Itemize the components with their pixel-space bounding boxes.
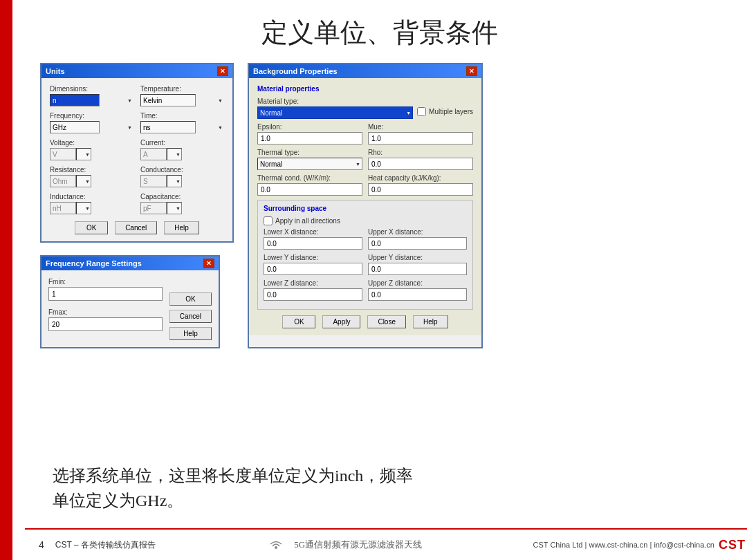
temperature-select-wrapper: Kelvin Celsius Fahrenheit — [140, 94, 224, 106]
upper-z-col: Upper Z distance: — [368, 279, 467, 301]
material-type-control: Normal Multiple layers — [257, 106, 473, 119]
inductance-label: Inductance: — [50, 193, 133, 200]
dimensions-select-wrapper: n m cm mm um nm inch ft mil — [50, 94, 133, 106]
thermal-cond-input[interactable] — [257, 183, 362, 196]
fmin-label: Fmin: — [48, 278, 66, 286]
bottom-line2: 单位定义为GHz。 — [53, 488, 413, 513]
time-group: Time: ns s ms us ps — [140, 112, 224, 133]
lower-x-col: Lower X distance: — [264, 228, 362, 250]
dimensions-label: Dimensions: — [50, 85, 133, 93]
resistance-control — [50, 175, 133, 187]
report-title: CST – 各类传输线仿真报告 — [55, 539, 156, 551]
units-close-button[interactable]: ✕ — [217, 66, 228, 76]
upper-z-input[interactable] — [368, 288, 467, 301]
upper-x-input[interactable] — [368, 237, 467, 250]
multiple-layers-row: Multiple layers — [417, 107, 473, 116]
freq-dialog: Frequency Range Settings ✕ Fmin: Fmax: — [40, 255, 220, 348]
thermal-type-col: Thermal type: Normal — [257, 149, 362, 170]
lower-y-input[interactable] — [264, 263, 362, 275]
time-select[interactable]: ns s ms us ps — [140, 121, 196, 133]
fiveg-text: 5G通信射频有源无源滤波器天线 — [294, 539, 422, 551]
thermal-rho-row: Thermal type: Normal Rho: — [257, 149, 473, 170]
thermal-heat-row: Thermal cond. (W/K/m): Heat capacity (kJ… — [257, 174, 473, 196]
bg-body: Material properties Material type: Norma… — [249, 78, 481, 335]
time-select-wrapper: ns s ms us ps — [140, 121, 224, 133]
heat-capacity-label: Heat capacity (kJ/K/kg): — [368, 174, 473, 182]
freq-titlebar: Frequency Range Settings ✕ — [42, 256, 219, 270]
current-select[interactable] — [167, 148, 182, 160]
thermal-type-select[interactable]: Normal — [257, 158, 362, 170]
freq-right: OK Cancel Help — [169, 277, 212, 340]
apply-all-row: Apply in all directions — [264, 216, 467, 225]
capacitance-select[interactable] — [167, 202, 182, 214]
frequency-select[interactable]: GHz MHz KHz Hz — [50, 121, 100, 133]
mue-label: Mue: — [368, 123, 473, 131]
conductance-label: Conductance: — [140, 166, 224, 174]
signal-icon — [266, 538, 286, 552]
voltage-control — [50, 148, 133, 160]
inductance-group: Inductance: — [50, 193, 133, 214]
fiveg-label: 5G通信射频有源无源滤波器天线 — [294, 539, 422, 550]
material-type-select-wrapper: Normal — [257, 106, 413, 119]
z-distances-row: Lower Z distance: Upper Z distance: — [264, 279, 467, 301]
heat-capacity-input[interactable] — [368, 183, 473, 196]
bg-dialog: Background Properties ✕ Material propert… — [248, 63, 483, 348]
mue-input[interactable] — [368, 132, 473, 144]
website-text: CST China Ltd | www.cst-china.cn | info@… — [533, 541, 714, 549]
footer-left: 4 CST – 各类传输线仿真报告 — [39, 539, 156, 551]
upper-x-col: Upper X distance: — [368, 228, 467, 250]
bg-titlebar: Background Properties ✕ — [249, 64, 481, 78]
apply-all-checkbox[interactable] — [264, 216, 273, 225]
freq-close-button[interactable]: ✕ — [203, 259, 214, 268]
units-help-button[interactable]: Help — [164, 221, 199, 234]
bottom-line1: 选择系统单位，这里将长度单位定义为inch，频率 — [53, 463, 413, 488]
multiple-layers-checkbox[interactable] — [417, 107, 426, 116]
inductance-select[interactable] — [76, 202, 91, 214]
voltage-select[interactable] — [76, 148, 91, 160]
units-ok-button[interactable]: OK — [75, 221, 108, 234]
thermal-type-select-wrapper: Normal — [257, 158, 362, 170]
temperature-group: Temperature: Kelvin Celsius Fahrenheit — [140, 85, 224, 106]
capacitance-control — [140, 202, 224, 214]
fmin-input[interactable] — [48, 287, 163, 301]
voltage-input — [50, 148, 76, 160]
capacitance-label: Capacitance: — [140, 193, 224, 200]
units-body: Dimensions: n m cm mm um nm inch — [42, 78, 232, 241]
fmax-input[interactable] — [48, 317, 163, 331]
lower-x-input[interactable] — [264, 237, 362, 250]
upper-y-col: Upper Y distance: — [368, 254, 467, 275]
bg-close-button[interactable]: Close — [367, 315, 406, 328]
main-content: 定义单位、背景条件 Units ✕ Dimensions: — [12, 0, 747, 560]
multiple-layers-label: Multiple layers — [429, 108, 473, 115]
conductance-select[interactable] — [167, 175, 182, 187]
bg-ok-button[interactable]: OK — [282, 315, 315, 328]
upper-x-label: Upper X distance: — [368, 228, 467, 236]
capacitance-group: Capacitance: — [140, 193, 224, 214]
bg-close-button[interactable]: ✕ — [466, 66, 477, 76]
lower-z-input[interactable] — [264, 288, 362, 301]
inductance-input — [50, 202, 76, 214]
freq-cancel-button[interactable]: Cancel — [169, 310, 212, 323]
heat-capacity-col: Heat capacity (kJ/K/kg): — [368, 174, 473, 196]
surrounding-space-label: Surrounding space — [264, 205, 467, 212]
freq-help-button[interactable]: Help — [169, 327, 212, 340]
bg-apply-button[interactable]: Apply — [322, 315, 360, 328]
footer-center: 5G通信射频有源无源滤波器天线 — [266, 538, 422, 552]
upper-y-input[interactable] — [368, 263, 467, 275]
conductance-control — [140, 175, 224, 187]
bg-help-button[interactable]: Help — [413, 315, 448, 328]
current-group: Current: — [140, 139, 224, 160]
units-cancel-button[interactable]: Cancel — [115, 221, 157, 234]
freq-ok-button[interactable]: OK — [169, 292, 212, 306]
material-type-select[interactable]: Normal — [257, 106, 413, 119]
resistance-select[interactable] — [76, 175, 91, 187]
capacitance-input — [140, 202, 167, 214]
rho-input[interactable] — [368, 158, 473, 170]
thermal-type-label: Thermal type: — [257, 149, 362, 156]
res-cond-row: Resistance: Conductance: — [50, 166, 224, 187]
epsilon-input[interactable] — [257, 132, 362, 144]
temperature-select[interactable]: Kelvin Celsius Fahrenheit — [140, 94, 196, 106]
material-type-row: Material type: Normal Multiple layers — [257, 97, 473, 119]
dimensions-select[interactable]: n m cm mm um nm inch ft mil — [50, 94, 100, 106]
fmax-group: Fmax: — [48, 308, 163, 331]
